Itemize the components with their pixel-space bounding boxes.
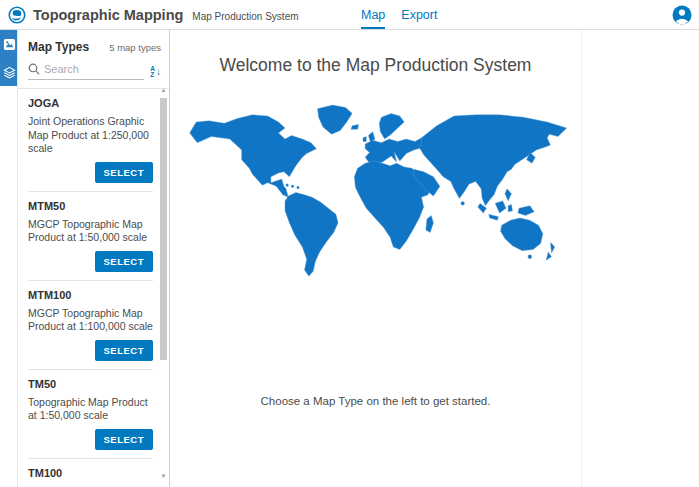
- select-button-joga[interactable]: SELECT: [95, 162, 153, 183]
- scroll-down-icon[interactable]: ▼: [159, 472, 168, 480]
- action-bar: [0, 30, 18, 487]
- map-type-description: Topographic Map Product at 1:50,000 scal…: [28, 396, 153, 423]
- tab-export[interactable]: Export: [401, 0, 437, 30]
- list-item-joga: JOGA Joint Operations Graphic Map Produc…: [28, 89, 153, 192]
- header-tabs: Map Export: [361, 0, 437, 30]
- app-subtitle: Map Production System: [192, 11, 298, 22]
- map-panel-icon[interactable]: [0, 30, 18, 58]
- sidebar-scrollbar: ▲ ▼: [159, 86, 168, 480]
- select-button-mtm100[interactable]: SELECT: [95, 340, 153, 361]
- select-button-mtm50[interactable]: SELECT: [95, 251, 153, 272]
- select-button-tm50[interactable]: SELECT: [95, 429, 153, 450]
- map-type-description: Joint Operations Graphic Map Product at …: [28, 115, 153, 156]
- search-icon: [28, 63, 40, 75]
- scrollbar-thumb[interactable]: [160, 98, 167, 360]
- main-area: Welcome to the Map Production System: [170, 30, 699, 487]
- search-input[interactable]: [44, 63, 134, 75]
- sort-az-icon[interactable]: A Z ↓: [150, 66, 161, 80]
- map-types-panel: Map Types 5 map types A Z ↓: [18, 30, 170, 487]
- map-type-name: TM100: [28, 467, 153, 479]
- map-type-name: MTM100: [28, 289, 153, 301]
- app-header: Topographic Mapping Map Production Syste…: [0, 0, 699, 30]
- globe-icon: [8, 6, 26, 24]
- map-type-name: JOGA: [28, 97, 153, 109]
- list-item-tm100: TM100: [28, 459, 153, 487]
- page-title: Welcome to the Map Production System: [170, 30, 581, 76]
- panel-title: Map Types: [28, 40, 89, 54]
- world-map-image: [170, 99, 581, 285]
- list-item-mtm50: MTM50 MGCP Topographic Map Product at 1:…: [28, 192, 153, 281]
- welcome-screen: Welcome to the Map Production System: [170, 30, 582, 487]
- map-type-description: MGCP Topographic Map Product at 1:100,00…: [28, 307, 153, 334]
- list-item-tm50: TM50 Topographic Map Product at 1:50,000…: [28, 370, 153, 459]
- map-type-list: JOGA Joint Operations Graphic Map Produc…: [18, 89, 169, 487]
- tab-map[interactable]: Map: [361, 0, 385, 30]
- map-type-name: MTM50: [28, 200, 153, 212]
- search-field: [28, 63, 144, 80]
- app-title: Topographic Mapping: [33, 7, 183, 23]
- instruction-text: Choose a Map Type on the left to get sta…: [170, 395, 581, 407]
- map-type-name: TM50: [28, 378, 153, 390]
- user-avatar-icon[interactable]: [672, 5, 692, 25]
- layers-icon[interactable]: [0, 58, 18, 86]
- scroll-up-icon[interactable]: ▲: [159, 86, 168, 94]
- list-item-mtm100: MTM100 MGCP Topographic Map Product at 1…: [28, 281, 153, 370]
- map-type-description: MGCP Topographic Map Product at 1:50,000…: [28, 218, 153, 245]
- map-type-count: 5 map types: [109, 42, 161, 53]
